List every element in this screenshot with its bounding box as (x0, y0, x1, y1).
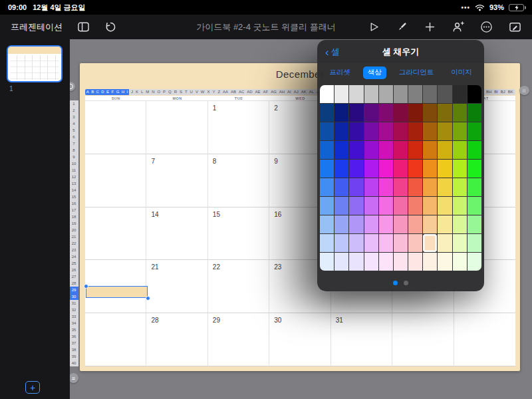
color-swatch[interactable] (320, 197, 334, 215)
presenter-notes-button[interactable] (509, 21, 521, 33)
color-swatch[interactable] (320, 104, 334, 122)
fill-tab-4[interactable]: 이미지 (446, 66, 477, 79)
color-swatch[interactable] (349, 197, 363, 215)
selected-cell[interactable] (86, 286, 148, 298)
color-swatch[interactable] (334, 215, 348, 233)
table-menu-handle[interactable]: ≡ (68, 373, 78, 383)
color-swatch[interactable] (364, 215, 378, 233)
selection-handle-top-left[interactable] (84, 284, 88, 289)
color-swatch[interactable] (453, 104, 467, 122)
color-swatch[interactable] (438, 141, 452, 159)
color-swatch[interactable] (423, 253, 437, 271)
color-swatch[interactable] (408, 160, 422, 178)
color-swatch[interactable] (349, 215, 363, 233)
color-swatch[interactable] (320, 253, 334, 271)
color-swatch[interactable] (379, 253, 393, 271)
presentations-back-button[interactable]: 프레젠테이션 (11, 21, 63, 33)
color-swatch[interactable] (364, 141, 378, 159)
color-swatch[interactable] (467, 234, 481, 252)
color-swatch[interactable] (453, 160, 467, 178)
color-swatch[interactable] (320, 85, 334, 103)
color-swatch[interactable] (364, 253, 378, 271)
color-swatch[interactable] (438, 85, 452, 103)
color-swatch[interactable] (453, 85, 467, 103)
color-swatch[interactable] (364, 160, 378, 178)
color-swatch[interactable] (408, 141, 422, 159)
color-swatch[interactable] (349, 160, 363, 178)
color-swatch[interactable] (379, 85, 393, 103)
color-swatch[interactable] (394, 234, 408, 252)
color-swatch[interactable] (379, 178, 393, 196)
color-swatch[interactable] (349, 253, 363, 271)
color-swatch[interactable] (349, 85, 363, 103)
color-swatch[interactable] (320, 234, 334, 252)
add-slide-button[interactable]: + (25, 381, 40, 394)
fill-tab-3[interactable]: 그라디언트 (394, 66, 439, 79)
color-swatch[interactable] (349, 178, 363, 196)
color-swatch[interactable] (408, 122, 422, 140)
color-swatch[interactable] (394, 197, 408, 215)
color-swatch[interactable] (334, 253, 348, 271)
color-swatch[interactable] (467, 85, 481, 103)
color-swatch[interactable] (349, 141, 363, 159)
color-swatch[interactable] (467, 141, 481, 159)
color-swatch[interactable] (423, 141, 437, 159)
color-swatch[interactable] (364, 178, 378, 196)
color-swatch[interactable] (349, 122, 363, 140)
color-swatch[interactable] (320, 215, 334, 233)
color-swatch[interactable] (364, 197, 378, 215)
color-swatch[interactable] (423, 85, 437, 103)
color-swatch[interactable] (438, 160, 452, 178)
color-swatch[interactable] (364, 122, 378, 140)
color-swatch[interactable] (379, 122, 393, 140)
color-swatch[interactable] (438, 215, 452, 233)
color-swatch[interactable] (408, 234, 422, 252)
page-dot-1[interactable] (393, 281, 398, 285)
color-swatch[interactable] (408, 253, 422, 271)
color-swatch[interactable] (379, 215, 393, 233)
color-swatch[interactable] (320, 178, 334, 196)
color-swatch[interactable] (379, 141, 393, 159)
play-button[interactable] (368, 21, 380, 33)
color-swatch[interactable] (349, 104, 363, 122)
color-swatch[interactable] (423, 234, 437, 252)
color-swatch[interactable] (453, 141, 467, 159)
color-swatch[interactable] (394, 178, 408, 196)
color-swatch[interactable] (467, 104, 481, 122)
color-swatch[interactable] (453, 234, 467, 252)
color-swatch[interactable] (408, 197, 422, 215)
view-options-button[interactable] (77, 21, 90, 33)
color-swatch[interactable] (423, 197, 437, 215)
color-swatch[interactable] (467, 178, 481, 196)
color-swatch[interactable] (334, 104, 348, 122)
color-swatch[interactable] (334, 234, 348, 252)
color-swatch[interactable] (349, 234, 363, 252)
back-to-cell-button[interactable]: ‹ 셀 (325, 46, 340, 58)
insert-button[interactable] (424, 21, 436, 33)
color-swatch[interactable] (379, 160, 393, 178)
color-swatch[interactable] (453, 215, 467, 233)
more-button[interactable] (480, 21, 493, 33)
color-swatch[interactable] (453, 253, 467, 271)
color-swatch[interactable] (423, 215, 437, 233)
color-swatch[interactable] (394, 141, 408, 159)
color-swatch[interactable] (467, 215, 481, 233)
color-swatch[interactable] (408, 178, 422, 196)
color-swatch[interactable] (320, 160, 334, 178)
color-swatch[interactable] (423, 178, 437, 196)
color-swatch[interactable] (438, 197, 452, 215)
fill-tab-2[interactable]: 색상 (363, 66, 386, 79)
color-swatch[interactable] (467, 160, 481, 178)
page-dots[interactable] (317, 281, 484, 285)
color-swatch[interactable] (334, 160, 348, 178)
color-swatch[interactable] (379, 104, 393, 122)
color-swatch[interactable] (379, 197, 393, 215)
color-swatch[interactable] (423, 160, 437, 178)
format-button[interactable] (396, 21, 408, 33)
color-swatch[interactable] (320, 141, 334, 159)
color-swatch[interactable] (364, 104, 378, 122)
undo-button[interactable] (104, 21, 117, 33)
color-swatch[interactable] (334, 178, 348, 196)
color-swatch[interactable] (379, 234, 393, 252)
color-swatch[interactable] (453, 178, 467, 196)
